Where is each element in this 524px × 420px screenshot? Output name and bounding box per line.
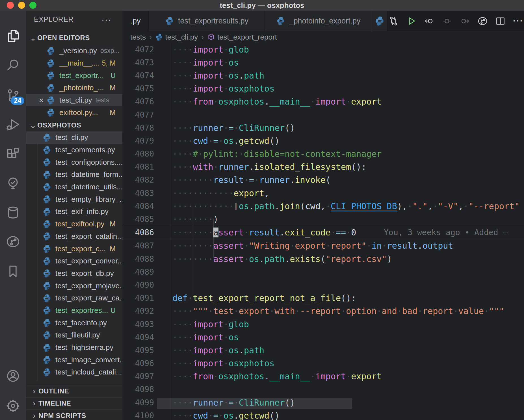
python-file-icon bbox=[42, 183, 51, 192]
activity-extensions-button[interactable] bbox=[0, 141, 26, 167]
editor-tab[interactable]: _photoinfo_export.py bbox=[265, 11, 372, 31]
python-file-icon bbox=[42, 281, 51, 290]
activity-explorer-button[interactable] bbox=[0, 23, 26, 49]
tree-item[interactable]: test_datetime_utils.... bbox=[26, 181, 122, 193]
open-editors-section-header[interactable]: ⌄ OPEN EDITORS bbox=[29, 32, 90, 44]
open-editor-item[interactable]: _version.pyosxp... bbox=[26, 45, 122, 57]
navigate-current-button[interactable] bbox=[438, 11, 456, 31]
activity-run-and-debug-button[interactable] bbox=[0, 111, 26, 137]
line-number: 4072 bbox=[122, 45, 154, 54]
section-outline[interactable]: ›OUTLINE bbox=[26, 385, 122, 397]
section-npm-scripts[interactable]: ›NPM SCRIPTS bbox=[26, 410, 122, 420]
tree-item[interactable]: test_fileutil.py bbox=[26, 329, 122, 341]
more-actions-button[interactable]: ··· bbox=[509, 11, 524, 31]
code-line: 4087········assert·"Writing·export·repor… bbox=[122, 239, 524, 252]
tree-item[interactable]: test_export_c...M bbox=[26, 243, 122, 255]
line-number: 4098 bbox=[122, 385, 154, 394]
tree-item[interactable]: test_exif_info.py bbox=[26, 205, 122, 218]
tree-item[interactable]: test_highsierra.py bbox=[26, 341, 122, 354]
tab-label: .py bbox=[130, 17, 140, 25]
chevron-right-icon: › bbox=[30, 411, 38, 420]
file-name: test_image_convert... bbox=[55, 356, 122, 364]
activity-account-button[interactable] bbox=[0, 363, 26, 389]
open-editor-item[interactable]: test_exportr...U bbox=[26, 69, 122, 82]
file-name: test_fileutil.py bbox=[55, 331, 100, 339]
breadcrumb: tests›test_cli.py›test_export_report bbox=[130, 31, 277, 43]
tree-item[interactable]: test_export_conver... bbox=[26, 255, 122, 267]
open-editor-item[interactable]: __main__....5, M bbox=[26, 57, 122, 70]
breadcrumb-item[interactable]: tests bbox=[130, 33, 146, 42]
activity-bookmarks-button[interactable] bbox=[0, 258, 26, 284]
line-number: 4083 bbox=[122, 189, 154, 198]
tree-item-selected[interactable]: test_cli.py bbox=[26, 131, 122, 144]
python-file-icon bbox=[42, 331, 51, 340]
editor-tab[interactable]: .py bbox=[122, 11, 149, 31]
tree-item[interactable]: test_datetime_form... bbox=[26, 168, 122, 181]
database-icon bbox=[6, 205, 20, 220]
activity-database-button[interactable] bbox=[0, 200, 26, 226]
tree-item[interactable]: test_configoptions.... bbox=[26, 156, 122, 168]
line-number: 4096 bbox=[122, 359, 154, 368]
python-file-icon bbox=[42, 133, 51, 142]
tree-item[interactable]: test_empty_library_... bbox=[26, 193, 122, 205]
project-section-header[interactable]: ⌄ OSXPHOTOS bbox=[29, 119, 81, 131]
tree-item[interactable]: test_faceinfo.py bbox=[26, 317, 122, 329]
file-name: test_comments.py bbox=[55, 146, 115, 154]
activity-settings-button[interactable] bbox=[0, 393, 26, 419]
code-line: 4083············export, bbox=[122, 187, 524, 200]
open-editor-item[interactable]: exiftool.py...M bbox=[26, 106, 122, 119]
close-editor-icon[interactable]: × bbox=[36, 96, 46, 105]
tree-item[interactable]: test_exportres...U bbox=[26, 304, 122, 317]
open-editor-item-selected[interactable]: ×test_cli.pytests bbox=[26, 94, 122, 107]
run-python-file-button[interactable] bbox=[402, 11, 420, 31]
code-line: 4096····import·osxphotos bbox=[122, 357, 524, 370]
open-editors-label: OPEN EDITORS bbox=[37, 34, 90, 42]
more-actions-icon[interactable]: ··· bbox=[101, 15, 112, 24]
git-graph-view-button[interactable] bbox=[474, 11, 491, 31]
editor-tab[interactable]: test_exportresults.py bbox=[149, 11, 265, 31]
navigate-back-button[interactable] bbox=[420, 11, 438, 31]
split-icon bbox=[495, 16, 506, 26]
activity-testing-button[interactable] bbox=[0, 170, 26, 196]
title-bar: test_cli.py — osxphotos bbox=[0, 0, 524, 11]
navigate-forward-button[interactable] bbox=[456, 11, 474, 31]
activity-git-graph-button[interactable] bbox=[0, 229, 26, 255]
tree-item[interactable]: test_incloud_catali... bbox=[26, 366, 122, 378]
line-number: 4081 bbox=[122, 162, 154, 172]
file-name: test_faceinfo.py bbox=[55, 319, 107, 327]
zoom-window-button[interactable] bbox=[29, 2, 36, 9]
code-line: 4076····from·osxphotos.__main__·import·e… bbox=[122, 95, 524, 108]
horizontal-scrollbar[interactable] bbox=[157, 398, 352, 409]
close-window-button[interactable] bbox=[7, 2, 14, 9]
python-file-icon bbox=[42, 343, 51, 352]
split-editor-button[interactable] bbox=[491, 11, 509, 31]
tree-item[interactable]: test_exiftool.pyM bbox=[26, 218, 122, 230]
tree-item[interactable]: test_export_mojave... bbox=[26, 280, 122, 292]
line-number: 4087 bbox=[122, 241, 154, 250]
compare-changes-button[interactable] bbox=[385, 11, 402, 31]
code-line: 4089 bbox=[122, 265, 524, 278]
code-line: 4093····import·glob bbox=[122, 318, 524, 331]
breadcrumb-item[interactable]: test_export_report bbox=[207, 33, 277, 42]
tree-item[interactable]: test_export_catalin... bbox=[26, 230, 122, 243]
tree-item[interactable]: test_export_raw_ca... bbox=[26, 292, 122, 304]
line-number: 4079 bbox=[122, 136, 154, 146]
tree-item[interactable]: test_comments.py bbox=[26, 144, 122, 156]
file-name: test_empty_library_... bbox=[55, 195, 122, 204]
file-tree: test_cli.pytest_comments.pytest_configop… bbox=[26, 131, 122, 380]
section-timeline[interactable]: ›TIMELINE bbox=[26, 397, 122, 410]
activity-source-control-button[interactable]: 24 bbox=[0, 82, 26, 108]
python-file-icon bbox=[42, 257, 51, 266]
activity-search-button[interactable] bbox=[0, 52, 26, 78]
line-number: 4077 bbox=[122, 110, 154, 120]
tree-item[interactable]: test_export_db.py bbox=[26, 267, 122, 280]
breadcrumb-item[interactable]: test_cli.py bbox=[155, 33, 198, 42]
python-file-icon bbox=[46, 59, 55, 68]
file-name: test_exif_info.py bbox=[55, 207, 109, 216]
python-file-icon bbox=[42, 170, 51, 179]
tree-item[interactable]: test_image_convert... bbox=[26, 354, 122, 366]
open-editor-item[interactable]: _photoinfo_...M bbox=[26, 82, 122, 94]
minimize-window-button[interactable] bbox=[18, 2, 25, 9]
diff-icon bbox=[388, 16, 399, 26]
line-number: 4094 bbox=[122, 333, 154, 342]
